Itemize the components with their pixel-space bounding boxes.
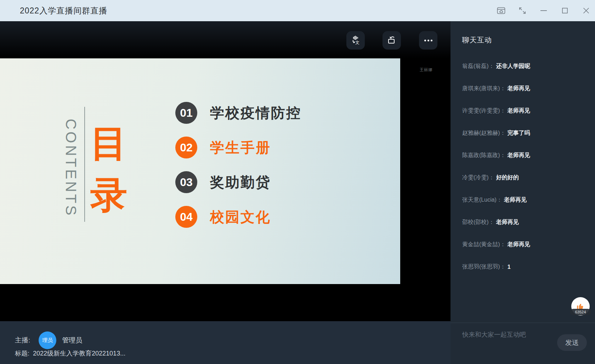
chat-message-sender: 冷雯(冷雯)： <box>462 174 494 181</box>
slide-item-label: 学生手册 <box>210 138 271 157</box>
chat-message-sender: 黄金喆(黄金喆)： <box>462 241 506 248</box>
mini-window-button[interactable] <box>495 5 507 17</box>
host-label: 主播: <box>15 336 30 345</box>
close-icon <box>583 8 589 13</box>
slide-item: 01学校疫情防控 <box>175 102 301 124</box>
slide-contents-vertical-label: CONTENTS <box>62 119 79 218</box>
slide-catalog-title: 目录 <box>90 118 130 221</box>
chat-message-text: 好的好的 <box>496 174 519 181</box>
minimize-button[interactable] <box>538 5 550 17</box>
chat-panel: 聊天互动 翁磊(翁磊)：还非人学园呢唐琪来(唐琪来)：老师再见许雯雯(许雯雯)：… <box>450 21 595 364</box>
window-title: 2022入学直播间群直播 <box>20 5 107 16</box>
chat-message-sender: 翁磊(翁磊)： <box>462 63 494 70</box>
chat-message: 翁磊(翁磊)：还非人学园呢 <box>462 55 588 77</box>
chat-input[interactable] <box>462 328 554 341</box>
chat-message-text: 老师再见 <box>504 196 527 204</box>
chat-message-text: 1 <box>508 264 511 270</box>
chat-message: 许雯雯(许雯雯)：老师再见 <box>462 100 588 122</box>
chat-panel-title: 聊天互动 <box>462 35 492 45</box>
chat-message-text: 老师再见 <box>508 107 530 115</box>
chat-message-sender: 赵雅赫(赵雅赫)： <box>462 129 506 137</box>
host-row: 主播: 理员 管理员 <box>15 331 82 349</box>
slide-item-label: 校园文化 <box>210 207 271 227</box>
chat-message-text: 还非人学园呢 <box>496 63 530 70</box>
close-button[interactable] <box>580 5 592 17</box>
host-name: 管理员 <box>62 336 82 345</box>
chat-message-text: 老师再见 <box>508 241 530 248</box>
more-icon <box>424 40 432 41</box>
chat-message-sender: 唐琪来(唐琪来)： <box>462 85 506 92</box>
minimize-icon <box>540 10 547 11</box>
chat-message-text: 完事了吗 <box>508 129 530 137</box>
chat-input-area: 发送 <box>450 323 595 364</box>
window-titlebar: 2022入学直播间群直播 <box>0 0 595 21</box>
stream-title-label: 标题: <box>15 349 29 358</box>
host-avatar[interactable]: 理员 <box>39 331 56 349</box>
slide-item-label: 学校疫情防控 <box>210 103 301 123</box>
chat-message: 黄金喆(黄金喆)：老师再见 <box>462 233 588 256</box>
chat-message-sender: 邵校(邵校)： <box>462 219 494 226</box>
slide-item: 04校园文化 <box>175 206 301 228</box>
chat-message-text: 老师再见 <box>508 152 530 159</box>
like-button[interactable]: 63524 <box>571 297 590 316</box>
app-window: 2022入学直播间群直播 <box>0 0 595 364</box>
host-bar: 主播: 理员 管理员 标题: 2022级新生入学教育20221013... <box>0 321 450 364</box>
send-button[interactable]: 发送 <box>557 334 587 351</box>
slide-item-list: 01学校疫情防控02学生手册03奖助勤贷04校园文化 <box>175 102 301 228</box>
chat-message-text: 老师再见 <box>508 85 530 92</box>
voice-to-text-button[interactable]: 文 <box>346 31 365 50</box>
slide-item: 02学生手册 <box>175 137 301 158</box>
slide-item: 03奖助勤贷 <box>175 171 301 193</box>
rotate-screen-button[interactable] <box>382 31 401 50</box>
slide-item-number: 01 <box>175 102 197 124</box>
svg-text:文: 文 <box>355 40 359 45</box>
slide-divider <box>84 107 85 222</box>
slide-item-label: 奖助勤贷 <box>210 173 271 192</box>
more-options-button[interactable] <box>419 31 437 50</box>
rotate-screen-icon <box>387 35 397 46</box>
chat-message-sender: 张思羽(张思羽)： <box>462 263 506 271</box>
viewer-watermark: 王丽娜 <box>420 67 432 73</box>
chat-message: 张思羽(张思羽)：1 <box>462 256 588 278</box>
chat-message: 陈嘉政(陈嘉政)：老师再见 <box>462 144 588 167</box>
chat-message: 冷雯(冷雯)：好的好的 <box>462 167 588 189</box>
presentation-slide: CONTENTS 目录 01学校疫情防控02学生手册03奖助勤贷04校园文化 <box>0 58 400 284</box>
fullscreen-button[interactable] <box>516 5 528 17</box>
chat-message-sender: 陈嘉政(陈嘉政)： <box>462 152 506 159</box>
chat-message: 张天意(Lucia)：老师再见 <box>462 189 588 211</box>
video-player: CONTENTS 目录 01学校疫情防控02学生手册03奖助勤贷04校园文化 <box>0 21 450 321</box>
slide-item-number: 03 <box>175 171 197 193</box>
maximize-icon <box>562 8 568 13</box>
chat-message: 邵校(邵校)：老师再见 <box>462 211 588 233</box>
stream-title-text: 2022级新生入学教育20221013... <box>33 349 125 358</box>
chat-message: 赵雅赫(赵雅赫)：完事了吗 <box>462 122 588 144</box>
window-controls <box>495 0 592 21</box>
voice-to-text-icon: 文 <box>351 35 361 46</box>
like-count-badge: 63524 <box>570 309 591 315</box>
stream-area: CONTENTS 目录 01学校疫情防控02学生手册03奖助勤贷04校园文化 <box>0 21 450 364</box>
chat-message-text: 老师再见 <box>496 219 519 226</box>
chat-message-list[interactable]: 翁磊(翁磊)：还非人学园呢唐琪来(唐琪来)：老师再见许雯雯(许雯雯)：老师再见赵… <box>462 55 588 278</box>
chat-message: 唐琪来(唐琪来)：老师再见 <box>462 77 588 100</box>
chat-message-sender: 张天意(Lucia)： <box>462 196 502 204</box>
mini-window-icon <box>497 7 505 15</box>
fullscreen-icon <box>518 7 526 15</box>
chat-message-sender: 许雯雯(许雯雯)： <box>462 107 506 115</box>
stream-title-row: 标题: 2022级新生入学教育20221013... <box>15 349 125 358</box>
maximize-button[interactable] <box>559 5 571 17</box>
slide-item-number: 02 <box>175 137 197 158</box>
slide-item-number: 04 <box>175 206 197 228</box>
